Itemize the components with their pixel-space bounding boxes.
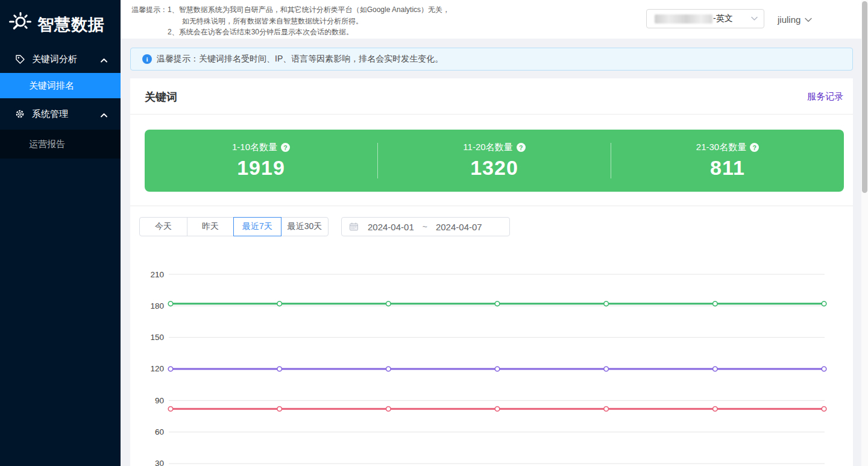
info-icon: i <box>142 54 152 64</box>
rank-trend-chart-svg: 210180150120906030 <box>145 259 832 466</box>
svg-text:60: 60 <box>155 427 164 436</box>
app-logo[interactable]: 智慧数据 <box>0 0 121 41</box>
sidebar-item-operation-report[interactable]: 运营报告 <box>0 130 121 159</box>
range-button-last-7-days[interactable]: 最近7天 <box>233 217 281 236</box>
scrollbar-track <box>861 0 868 466</box>
svg-text:30: 30 <box>155 459 164 466</box>
date-range-end: 2024-04-07 <box>436 222 482 232</box>
notice-line-1: 温馨提示：1、智慧数据系统为我司自研产品，和其它统计分析类平台（如Google … <box>131 4 450 16</box>
date-range-separator: ~ <box>423 222 427 231</box>
date-range-picker[interactable]: 2024-04-01 ~ 2024-04-07 <box>341 217 510 236</box>
stat-label: 11-20名数量 <box>463 142 512 153</box>
stat-label: 21-30名数量 <box>696 142 746 153</box>
page: 智慧数据 关键词分析 关键词排名 系 <box>0 0 868 466</box>
system-notice: 温馨提示：1、智慧数据系统为我司自研产品，和其它统计分析类平台（如Google … <box>131 4 450 38</box>
stat-rank-11-20: 11-20名数量 ? 1320 <box>378 130 611 192</box>
sidebar: 智慧数据 关键词分析 关键词排名 系 <box>0 0 121 466</box>
stat-value: 1320 <box>470 156 518 180</box>
keyword-card-header: 关键词 服务记录 <box>130 78 853 115</box>
quick-range-button-group: 今天 昨天 最近7天 最近30天 <box>139 217 329 236</box>
range-button-today[interactable]: 今天 <box>139 217 187 236</box>
tip-alert: i 温馨提示：关键词排名受时间、IP、语言等因素影响，排名会实时发生变化。 <box>130 48 853 71</box>
range-button-yesterday[interactable]: 昨天 <box>187 217 234 236</box>
stat-label: 1-10名数量 <box>232 142 277 153</box>
svg-text:150: 150 <box>150 333 164 342</box>
sidebar-item-label: 关键词分析 <box>32 54 101 65</box>
sidebar-item-system-management[interactable]: 系统管理 <box>0 101 121 127</box>
notice-line-3: 2、系统会在访客会话结束30分钟后显示本次会话的数据。 <box>131 27 450 38</box>
rank-stats-banner: 1-10名数量 ? 1919 11-20名数量 ? 1320 21-30名数量 … <box>145 130 844 192</box>
gear-icon <box>15 109 25 119</box>
username: jiuling <box>778 14 800 25</box>
chevron-up-icon <box>101 54 107 65</box>
logo-search-sun-icon <box>7 11 33 39</box>
sidebar-item-keyword-ranking[interactable]: 关键词排名 <box>0 73 121 98</box>
stat-value: 811 <box>710 156 745 180</box>
tag-icon <box>15 54 25 64</box>
svg-text:210: 210 <box>150 270 164 279</box>
scrollbar-thumb[interactable] <box>862 1 867 193</box>
page-title: 关键词 <box>145 90 177 104</box>
sidebar-item-label: 系统管理 <box>32 109 101 120</box>
calendar-icon <box>349 222 359 231</box>
rank-trend-chart[interactable]: 210180150120906030 <box>145 259 832 466</box>
svg-text:90: 90 <box>155 396 164 405</box>
redacted-site-name <box>655 14 712 24</box>
divider <box>130 206 853 206</box>
site-select-dropdown[interactable]: -英文 <box>646 9 764 28</box>
range-button-last-30-days[interactable]: 最近30天 <box>281 217 329 236</box>
sidebar-item-label: 关键词排名 <box>29 80 74 92</box>
sidebar-item-label: 运营报告 <box>29 139 65 150</box>
notice-line-2: 如无特殊说明，所有数据皆来自智慧数据统计分析所得。 <box>131 16 450 27</box>
service-records-link[interactable]: 服务记录 <box>807 91 843 102</box>
sidebar-item-keyword-analysis[interactable]: 关键词分析 <box>0 46 121 72</box>
svg-text:120: 120 <box>150 364 164 373</box>
user-menu[interactable]: jiuling <box>778 0 812 39</box>
site-select-value-suffix: -英文 <box>713 13 733 24</box>
stat-rank-1-10: 1-10名数量 ? 1919 <box>145 130 377 192</box>
date-range-start: 2024-04-01 <box>368 222 414 232</box>
stat-rank-21-30: 21-30名数量 ? 811 <box>611 130 844 192</box>
tip-alert-text: 温馨提示：关键词排名受时间、IP、语言等因素影响，排名会实时发生变化。 <box>157 54 443 65</box>
keyword-card: 关键词 服务记录 1-10名数量 ? 1919 11-20名数量 ? 1320 <box>130 78 853 466</box>
question-circle-icon[interactable]: ? <box>750 143 759 152</box>
logo-text: 智慧数据 <box>37 14 105 36</box>
top-header: 温馨提示：1、智慧数据系统为我司自研产品，和其它统计分析类平台（如Google … <box>121 0 868 39</box>
question-circle-icon[interactable]: ? <box>517 143 526 152</box>
stat-value: 1919 <box>237 156 285 180</box>
chevron-up-icon <box>101 109 107 119</box>
chevron-down-icon <box>751 16 758 21</box>
question-circle-icon[interactable]: ? <box>281 143 290 152</box>
svg-text:180: 180 <box>150 301 164 310</box>
chevron-down-icon <box>805 14 812 25</box>
